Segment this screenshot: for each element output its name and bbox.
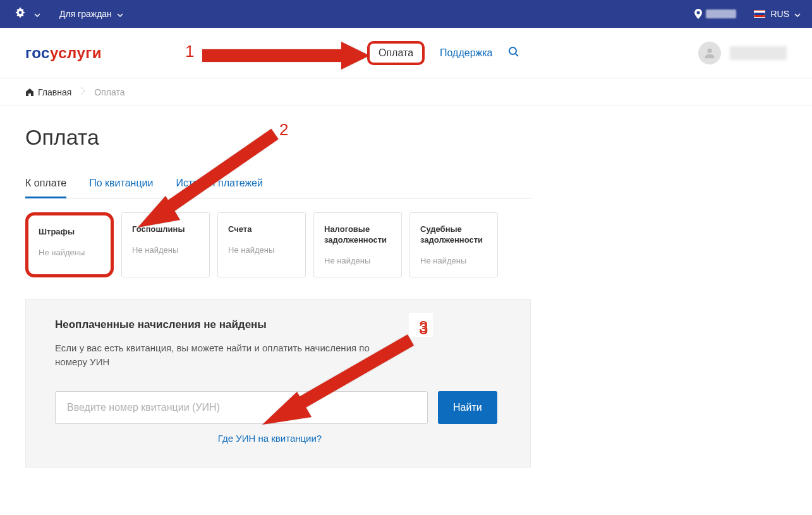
citizens-label: Для граждан (59, 9, 112, 19)
card-bills[interactable]: Счета Не найдены (217, 212, 306, 277)
russian-flag-icon (754, 10, 765, 18)
language-selector[interactable]: RUS (754, 9, 801, 19)
location-text-blurred (706, 9, 736, 18)
card-court-debts[interactable]: Судебные задолженности Не найдены (409, 212, 498, 277)
avatar-icon (698, 42, 721, 64)
user-menu[interactable] (698, 42, 787, 64)
breadcrumb: Главная Оплата (0, 78, 812, 106)
citizens-dropdown[interactable]: Для граждан (59, 9, 123, 19)
language-label: RUS (770, 9, 789, 19)
location-selector[interactable] (694, 9, 736, 19)
gosuslugi-logo[interactable]: госуслуги (25, 44, 102, 62)
annotation-number-2: 2 (279, 120, 288, 140)
tab-payment-history[interactable]: История платежей (176, 173, 262, 198)
payment-category-cards: Штрафы Не найдены Госпошлины Не найдены … (25, 212, 531, 277)
card-tax-debts[interactable]: Налоговые задолженности Не найдены (313, 212, 402, 277)
breadcrumb-home[interactable]: Главная (25, 87, 71, 97)
annotation-number-3b: 3 (419, 317, 428, 337)
card-fines[interactable]: Штрафы Не найдены (25, 212, 114, 277)
payment-tabs: К оплате По квитанции История платежей (25, 173, 531, 198)
uin-help-link[interactable]: Где УИН на квитанции? (218, 433, 322, 444)
nav-support[interactable]: Поддержка (440, 47, 492, 59)
chevron-down-icon (794, 9, 801, 19)
page-content: Оплата К оплате По квитанции История пла… (0, 106, 556, 487)
annotation-number-1: 1 (185, 42, 194, 61)
no-payments-panel: Неоплаченные начисления не найдены Если … (25, 299, 531, 468)
tab-by-receipt[interactable]: По квитанции (89, 173, 153, 198)
location-pin-icon (694, 9, 702, 19)
home-icon (25, 88, 34, 97)
breadcrumb-separator (80, 87, 85, 97)
breadcrumb-current: Оплата (94, 87, 124, 97)
card-duties[interactable]: Госпошлины Не найдены (121, 212, 210, 277)
panel-title: Неоплаченные начисления не найдены (55, 318, 501, 331)
svg-point-0 (19, 11, 22, 14)
tab-to-pay[interactable]: К оплате (25, 173, 66, 198)
main-header: госуслуги Оплата Поддержка (0, 28, 812, 78)
top-government-bar: Для граждан RUS (0, 0, 812, 28)
svg-point-2 (707, 48, 712, 52)
main-nav: Оплата Поддержка (367, 41, 519, 65)
uin-input[interactable] (55, 391, 428, 424)
chevron-down-icon (117, 9, 123, 19)
find-button[interactable]: Найти (438, 391, 497, 424)
search-icon[interactable] (508, 46, 519, 60)
panel-description: Если у вас есть квитанция, вы можете най… (55, 341, 384, 370)
svg-point-1 (509, 47, 516, 54)
emblem-icon (11, 5, 29, 23)
page-title: Оплата (25, 125, 531, 150)
nav-payment[interactable]: Оплата (367, 41, 425, 65)
chevron-down-icon[interactable] (34, 9, 40, 19)
username-blurred (730, 46, 787, 60)
